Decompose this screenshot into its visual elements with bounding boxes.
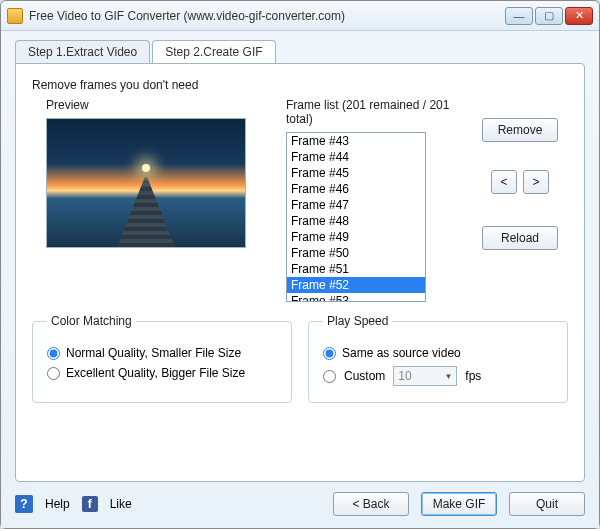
minimize-button[interactable]: — xyxy=(505,7,533,25)
color-matching-group: Color Matching Normal Quality, Smaller F… xyxy=(32,314,292,403)
like-link[interactable]: Like xyxy=(110,497,132,511)
list-item[interactable]: Frame #43 xyxy=(287,133,425,149)
list-item[interactable]: Frame #50 xyxy=(287,245,425,261)
list-item[interactable]: Frame #44 xyxy=(287,149,425,165)
frames-row: Preview Frame list (201 remained / 201 t… xyxy=(32,98,568,302)
tab-strip: Step 1.Extract Video Step 2.Create GIF xyxy=(15,39,585,63)
close-button[interactable]: ✕ xyxy=(565,7,593,25)
radio-same-label: Same as source video xyxy=(342,346,461,360)
frame-listbox[interactable]: Frame #43Frame #44Frame #45Frame #46Fram… xyxy=(286,132,426,302)
preview-image xyxy=(46,118,246,248)
prev-frame-button[interactable]: < xyxy=(491,170,517,194)
fps-unit: fps xyxy=(465,369,481,383)
chevron-down-icon: ▼ xyxy=(444,372,452,381)
list-item[interactable]: Frame #52 xyxy=(287,277,425,293)
app-window: Free Video to GIF Converter (www.video-g… xyxy=(0,0,600,529)
radio-custom-label: Custom xyxy=(344,369,385,383)
options-row: Color Matching Normal Quality, Smaller F… xyxy=(32,314,568,403)
tab-step1[interactable]: Step 1.Extract Video xyxy=(15,40,150,63)
help-icon: ? xyxy=(15,495,33,513)
list-item[interactable]: Frame #45 xyxy=(287,165,425,181)
nav-buttons: < > xyxy=(491,170,549,194)
make-gif-button[interactable]: Make GIF xyxy=(421,492,497,516)
play-speed-legend: Play Speed xyxy=(323,314,392,328)
facebook-icon: f xyxy=(82,496,98,512)
titlebar: Free Video to GIF Converter (www.video-g… xyxy=(1,1,599,31)
radio-normal-label: Normal Quality, Smaller File Size xyxy=(66,346,241,360)
window-buttons: — ▢ ✕ xyxy=(505,7,593,25)
color-matching-legend: Color Matching xyxy=(47,314,136,328)
radio-normal-quality[interactable]: Normal Quality, Smaller File Size xyxy=(47,346,277,360)
list-item[interactable]: Frame #53 xyxy=(287,293,425,302)
back-button[interactable]: < Back xyxy=(333,492,409,516)
fps-combobox[interactable]: 10 ▼ xyxy=(393,366,457,386)
radio-excellent-label: Excellent Quality, Bigger File Size xyxy=(66,366,245,380)
app-icon xyxy=(7,8,23,24)
list-item[interactable]: Frame #48 xyxy=(287,213,425,229)
remove-frames-section: Remove frames you don't need Preview Fra… xyxy=(32,78,568,302)
window-title: Free Video to GIF Converter (www.video-g… xyxy=(29,9,505,23)
maximize-button[interactable]: ▢ xyxy=(535,7,563,25)
radio-same-input[interactable] xyxy=(323,347,336,360)
help-link[interactable]: Help xyxy=(45,497,70,511)
radio-excellent-input[interactable] xyxy=(47,367,60,380)
preview-column: Preview xyxy=(32,98,270,302)
preview-decoration xyxy=(116,177,176,247)
list-item[interactable]: Frame #47 xyxy=(287,197,425,213)
framelist-column: Frame list (201 remained / 201 total) Fr… xyxy=(286,98,456,302)
remove-label: Remove frames you don't need xyxy=(32,78,568,92)
reload-button[interactable]: Reload xyxy=(482,226,558,250)
bottom-bar: ? Help f Like < Back Make GIF Quit xyxy=(15,492,585,516)
quit-button[interactable]: Quit xyxy=(509,492,585,516)
radio-custom-input[interactable] xyxy=(323,370,336,383)
list-item[interactable]: Frame #51 xyxy=(287,261,425,277)
play-speed-group: Play Speed Same as source video Custom 1… xyxy=(308,314,568,403)
list-item[interactable]: Frame #46 xyxy=(287,181,425,197)
preview-label: Preview xyxy=(46,98,270,112)
list-item[interactable]: Frame #49 xyxy=(287,229,425,245)
radio-normal-input[interactable] xyxy=(47,347,60,360)
tab-panel-step2: Remove frames you don't need Preview Fra… xyxy=(15,63,585,482)
frame-actions: Remove < > Reload xyxy=(472,98,568,302)
remove-button[interactable]: Remove xyxy=(482,118,558,142)
radio-same-speed[interactable]: Same as source video xyxy=(323,346,553,360)
radio-custom-speed-row: Custom 10 ▼ fps xyxy=(323,366,553,386)
next-frame-button[interactable]: > xyxy=(523,170,549,194)
fps-value: 10 xyxy=(398,369,411,383)
client-area: Step 1.Extract Video Step 2.Create GIF R… xyxy=(1,31,599,528)
framelist-label: Frame list (201 remained / 201 total) xyxy=(286,98,456,126)
tab-step2[interactable]: Step 2.Create GIF xyxy=(152,40,275,63)
radio-excellent-quality[interactable]: Excellent Quality, Bigger File Size xyxy=(47,366,277,380)
